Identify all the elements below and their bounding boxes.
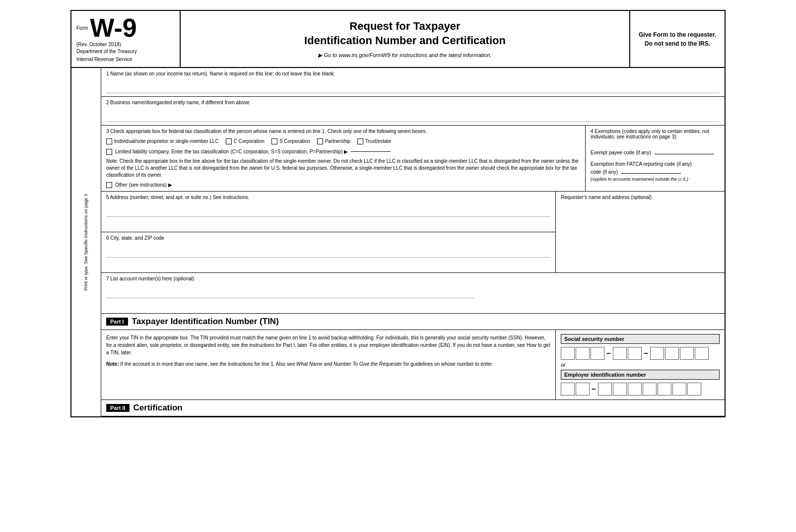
ein-box-2[interactable]	[576, 383, 590, 396]
part1-title: Taxpayer Identification Number (TIN)	[132, 317, 279, 327]
ssn-box-5[interactable]	[628, 347, 642, 360]
checkbox-trust: Trust/estate	[357, 138, 391, 144]
side-instructions: Print or type. See Specific Instructions…	[81, 189, 91, 296]
irs-link: ▶ Go to www.irs.gov/FormW9 for instructi…	[318, 52, 491, 59]
fatca-code-label: code (if any)	[591, 169, 618, 175]
part1-header-row: Part I Taxpayer Identification Number (T…	[101, 314, 725, 330]
part1-description: Enter your TIN in the appropriate box. T…	[106, 334, 550, 356]
fatca-row: Exemption from FATCA reporting code (if …	[591, 161, 720, 175]
checkbox-c-corp-box[interactable]	[226, 138, 232, 144]
ein-box-1[interactable]	[561, 383, 575, 396]
ssn-dash-1: –	[606, 349, 611, 358]
ein-box-6[interactable]	[643, 383, 657, 396]
ein-box-3[interactable]	[598, 383, 612, 396]
ssn-box-7[interactable]	[665, 347, 679, 360]
exempt-payee-row: Exempt payee code (if any)	[591, 147, 720, 155]
line4-header: 4 Exemptions (codes apply only to certai…	[591, 129, 720, 139]
section-3: 3 Check appropriate box for federal tax …	[101, 126, 586, 191]
form-body: Print or type. See Specific Instructions…	[71, 68, 725, 416]
line7-label: 7 List account number(s) here (optional)	[106, 276, 720, 281]
part1-body: Enter your TIN in the appropriate box. T…	[101, 330, 725, 400]
checkboxes-row: Individual/sole proprietor or single-mem…	[106, 138, 580, 144]
line6-label: 6 City, state, and ZIP code	[106, 235, 550, 241]
checkbox-c-corp: C Corporation	[226, 138, 265, 144]
llc-row: Limited liability company. Enter the tax…	[106, 148, 580, 155]
w9-form: Form W-9 (Rev. October 2018) Department …	[70, 10, 726, 417]
main-title: Request for Taxpayer Identification Numb…	[304, 19, 506, 48]
requester-block: Requester's name and address (optional)	[556, 192, 725, 272]
w9-number: W-9	[90, 15, 136, 41]
checkbox-individual: Individual/sole proprietor or single-mem…	[106, 138, 219, 144]
exempt-payee-input[interactable]	[655, 147, 714, 154]
dept-line2: Internal Revenue Service	[76, 56, 175, 63]
ssn-box-8[interactable]	[680, 347, 694, 360]
side-label: Print or type. See Specific Instructions…	[71, 68, 101, 416]
form-header: Form W-9 (Rev. October 2018) Department …	[71, 11, 725, 68]
checkbox-other-box[interactable]	[106, 182, 112, 188]
note-block: Note: Check the appropriate box in the l…	[106, 158, 580, 179]
line1-label: 1 Name (as shown on your income tax retu…	[106, 71, 720, 76]
ein-box-7[interactable]	[658, 383, 671, 396]
give-form-text: Give Form to the requester. Do not send …	[630, 11, 725, 67]
main-content: 1 Name (as shown on your income tax retu…	[101, 68, 725, 416]
rev-date: (Rev. October 2018)	[76, 42, 175, 47]
section-4: 4 Exemptions (codes apply only to certai…	[586, 126, 725, 191]
line2-input[interactable]	[106, 114, 720, 122]
checkbox-trust-box[interactable]	[357, 138, 363, 144]
line5-label: 5 Address (number, street, and apt. or s…	[106, 195, 550, 200]
ssn-box-4[interactable]	[613, 347, 627, 360]
header-left: Form W-9 (Rev. October 2018) Department …	[71, 11, 181, 67]
dept-line1: Department of the Treasury	[76, 48, 175, 55]
checkbox-s-corp: S Corporation	[271, 138, 310, 144]
line2-row: 2 Business name/disregarded entity name,…	[101, 97, 725, 126]
ein-box-9[interactable]	[687, 383, 701, 396]
ssn-boxes: – –	[561, 347, 720, 360]
part1-right: Social security number – –	[556, 330, 725, 399]
line1-input[interactable]	[106, 85, 720, 93]
line7-input[interactable]	[106, 290, 474, 298]
ein-box-4[interactable]	[613, 383, 627, 396]
section-5-left: 5 Address (number, street, and apt. or s…	[101, 192, 556, 272]
line6-input[interactable]	[106, 250, 550, 258]
line2-label: 2 Business name/disregarded entity name,…	[106, 100, 720, 105]
section-5-6: 5 Address (number, street, and apt. or s…	[101, 192, 725, 273]
section-3-4: 3 Check appropriate box for federal tax …	[101, 126, 725, 192]
ein-box-5[interactable]	[628, 383, 642, 396]
ein-label: Employer identification number	[561, 370, 720, 380]
part2-title: Certification	[133, 403, 183, 413]
ssn-box-9[interactable]	[695, 347, 709, 360]
llc-classification-input	[351, 151, 391, 152]
requester-label: Requester's name and address (optional)	[561, 195, 720, 200]
part1-left: Enter your TIN in the appropriate box. T…	[101, 330, 556, 399]
line3-header: 3 Check appropriate box for federal tax …	[106, 129, 580, 134]
checkbox-partnership-box[interactable]	[317, 138, 323, 144]
part1-label: Part I	[106, 318, 128, 326]
ein-box-8[interactable]	[672, 383, 686, 396]
part1-note: Note: If the account is in more than one…	[106, 360, 550, 368]
line5-row: 5 Address (number, street, and apt. or s…	[101, 192, 555, 232]
header-center: Request for Taxpayer Identification Numb…	[181, 11, 630, 67]
line1-row: 1 Name (as shown on your income tax retu…	[101, 68, 725, 97]
ssn-box-6[interactable]	[650, 347, 664, 360]
form-label: Form	[76, 25, 88, 31]
checkbox-individual-box[interactable]	[106, 138, 112, 144]
ein-dash: –	[592, 385, 596, 394]
checkbox-partnership: Partnership	[317, 138, 350, 144]
line7-row: 7 List account number(s) here (optional)	[101, 273, 725, 314]
other-row: Other (see instructions) ▶	[106, 182, 580, 188]
or-label: or	[561, 362, 720, 368]
fatca-input[interactable]	[621, 167, 681, 174]
line6-row: 6 City, state, and ZIP code	[101, 232, 555, 272]
ein-boxes: –	[561, 383, 720, 396]
form-title-block: Form W-9	[76, 15, 175, 41]
ssn-box-1[interactable]	[561, 347, 575, 360]
ssn-label: Social security number	[561, 334, 720, 344]
ssn-box-2[interactable]	[576, 347, 590, 360]
checkbox-s-corp-box[interactable]	[271, 138, 277, 144]
ssn-box-3[interactable]	[591, 347, 604, 360]
part2-header-row: Part II Certification	[101, 400, 725, 416]
checkbox-llc-box[interactable]	[106, 149, 112, 155]
line5-input[interactable]	[106, 209, 550, 217]
part2-label: Part II	[106, 404, 130, 412]
ssn-dash-2: –	[644, 349, 648, 358]
